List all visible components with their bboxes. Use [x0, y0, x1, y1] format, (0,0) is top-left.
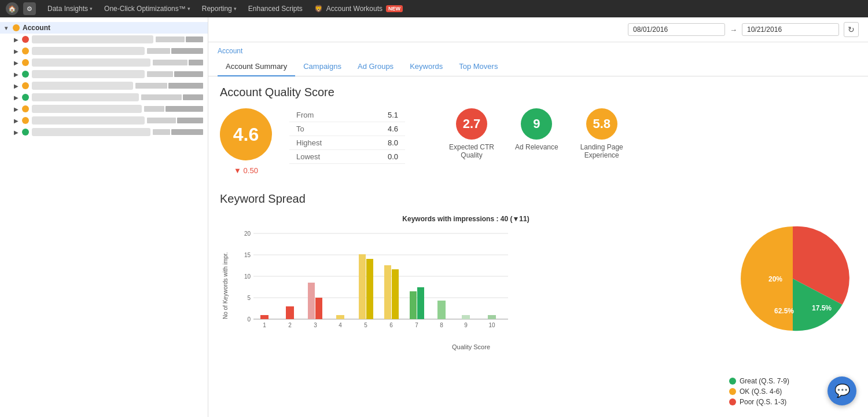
- tree-arrow[interactable]: ▶: [14, 60, 21, 66]
- quality-score-row: 4.6 ▼ 0.50 From 5.1 To 4.6: [220, 108, 856, 175]
- svg-rect-21: [366, 259, 373, 319]
- refresh-button[interactable]: ↻: [844, 22, 859, 37]
- svg-rect-26: [410, 291, 417, 319]
- date-to-input[interactable]: [742, 23, 839, 36]
- qs-stat-row: Highest 8.0: [289, 136, 405, 150]
- tree-item[interactable]: ▶: [0, 115, 208, 126]
- tab-account-summary[interactable]: Account Summary: [218, 57, 295, 76]
- legend-great: Great (Q.S. 7-9): [729, 377, 789, 385]
- nav-arrow: ▾: [90, 6, 93, 12]
- metric-ctr-circle: 2.7: [456, 108, 487, 140]
- app-icon[interactable]: ⚙: [23, 2, 36, 15]
- chat-button[interactable]: 💬: [827, 376, 856, 405]
- nav-one-click[interactable]: One-Click Optimizations™ ▾: [100, 0, 195, 17]
- svg-rect-23: [384, 265, 391, 319]
- breadcrumb-link: Account: [218, 47, 242, 55]
- tab-campaigns[interactable]: Campaigns: [295, 57, 350, 76]
- tree-dot: [22, 94, 29, 101]
- tree-dot: [22, 105, 29, 112]
- svg-text:1: 1: [263, 322, 266, 328]
- svg-text:2: 2: [288, 322, 292, 328]
- y-axis-label: No of Keywords with impr.: [220, 228, 230, 343]
- legend-dot-ok: [729, 388, 736, 395]
- nav-reporting[interactable]: Reporting ▾: [197, 0, 241, 17]
- svg-rect-31: [462, 315, 470, 319]
- svg-text:9: 9: [464, 322, 468, 328]
- main-content: → ↻ Account Account Summary Campaigns Ad…: [208, 17, 868, 417]
- svg-text:17.5%: 17.5%: [812, 304, 832, 312]
- svg-text:10: 10: [488, 322, 495, 328]
- tree-item[interactable]: ▶: [0, 126, 208, 138]
- date-from-input[interactable]: [628, 23, 725, 36]
- qs-stat-row: From 5.1: [289, 108, 405, 122]
- content-area: Account Quality Score 4.6 ▼ 0.50 From 5.…: [208, 76, 868, 417]
- qs-metrics: 2.7 Expected CTR Quality 9 Ad Relevance …: [446, 108, 628, 159]
- nav-arrow: ▾: [234, 6, 237, 12]
- home-icon[interactable]: 🏠: [6, 2, 19, 15]
- pie-chart-svg: 20% 17.5% 62.5%: [729, 215, 856, 342]
- tree-collapse-arrow[interactable]: ▾: [5, 25, 12, 31]
- tab-top-movers[interactable]: Top Movers: [451, 57, 506, 76]
- tree-bars: [147, 48, 203, 54]
- tree-arrow[interactable]: ▶: [14, 106, 21, 112]
- tree-item[interactable]: ▶: [0, 68, 208, 80]
- tree-bars: [141, 94, 203, 100]
- qs-stat-row: To 4.6: [289, 122, 405, 136]
- x-axis-label: Quality Score: [230, 343, 712, 350]
- tree-arrow[interactable]: ▶: [14, 83, 21, 89]
- tree-item[interactable]: ▶: [0, 45, 208, 57]
- qs-stat-row: Lowest 0.0: [289, 150, 405, 164]
- tree-dot: [22, 71, 29, 78]
- new-badge: NEW: [386, 5, 403, 12]
- bar-chart-area: Keywords with impressions : 40 (▼11) No …: [220, 215, 712, 350]
- account-tree-sidebar: ▾ Account ▶ ▶ ▶: [0, 17, 208, 417]
- legend-dot-poor: [729, 398, 736, 405]
- tree-arrow[interactable]: ▶: [14, 48, 21, 54]
- tree-item[interactable]: ▶: [0, 80, 208, 92]
- qs-stats-table: From 5.1 To 4.6 Highest 8.0 Lowest 0.0: [289, 108, 405, 164]
- nav-enhanced-scripts[interactable]: Enhanced Scripts: [244, 0, 307, 17]
- tab-keywords[interactable]: Keywords: [402, 57, 451, 76]
- tree-root-account[interactable]: ▾ Account: [0, 22, 208, 34]
- legend-dot-great: [729, 378, 736, 385]
- svg-text:5: 5: [247, 295, 251, 301]
- date-range-arrow: →: [730, 25, 737, 34]
- metric-landing-circle: 5.8: [586, 108, 617, 140]
- svg-rect-24: [392, 269, 399, 319]
- svg-text:3: 3: [314, 322, 317, 328]
- bar-chart-title: Keywords with impressions : 40 (▼11): [220, 215, 712, 223]
- tree-arrow[interactable]: ▶: [14, 129, 21, 136]
- tree-bars: [147, 71, 203, 77]
- svg-text:7: 7: [415, 322, 418, 328]
- tree-item[interactable]: ▶: [0, 103, 208, 115]
- keyword-spread-row: Keywords with impressions : 40 (▼11) No …: [220, 215, 856, 406]
- tree-item[interactable]: ▶: [0, 57, 208, 68]
- nav-arrow: ▾: [187, 6, 190, 12]
- tree-dot: [22, 47, 29, 54]
- kw-spread-title: Keyword Spread: [220, 192, 856, 206]
- pie-legend: Great (Q.S. 7-9) OK (Q.S. 4-6) Poor (Q.S…: [729, 377, 789, 406]
- svg-rect-15: [308, 283, 315, 319]
- svg-rect-13: [286, 306, 294, 319]
- tree-arrow[interactable]: ▶: [14, 71, 21, 78]
- svg-rect-18: [336, 315, 344, 319]
- top-nav: 🏠 ⚙ Data Insights ▾ One-Click Optimizati…: [0, 0, 868, 17]
- tree-bars: [144, 106, 203, 112]
- svg-text:5: 5: [364, 322, 367, 328]
- svg-text:62.5%: 62.5%: [774, 307, 794, 315]
- tree-arrow[interactable]: ▶: [14, 94, 21, 101]
- nav-account-workouts[interactable]: 🦁 Account Workouts NEW: [310, 0, 407, 17]
- tree-item[interactable]: ▶: [0, 34, 208, 45]
- tab-ad-groups[interactable]: Ad Groups: [350, 57, 402, 76]
- svg-rect-16: [315, 298, 322, 319]
- chat-icon: 💬: [834, 383, 850, 398]
- tree-arrow[interactable]: ▶: [14, 36, 21, 43]
- tree-item[interactable]: ▶: [0, 92, 208, 103]
- svg-text:4: 4: [339, 322, 342, 328]
- tree-arrow[interactable]: ▶: [14, 118, 21, 124]
- svg-text:10: 10: [244, 273, 251, 280]
- nav-data-insights[interactable]: Data Insights ▾: [43, 0, 97, 17]
- date-range-bar: → ↻: [208, 17, 868, 42]
- tree-bars: [156, 36, 203, 42]
- qs-section-title: Account Quality Score: [220, 86, 856, 99]
